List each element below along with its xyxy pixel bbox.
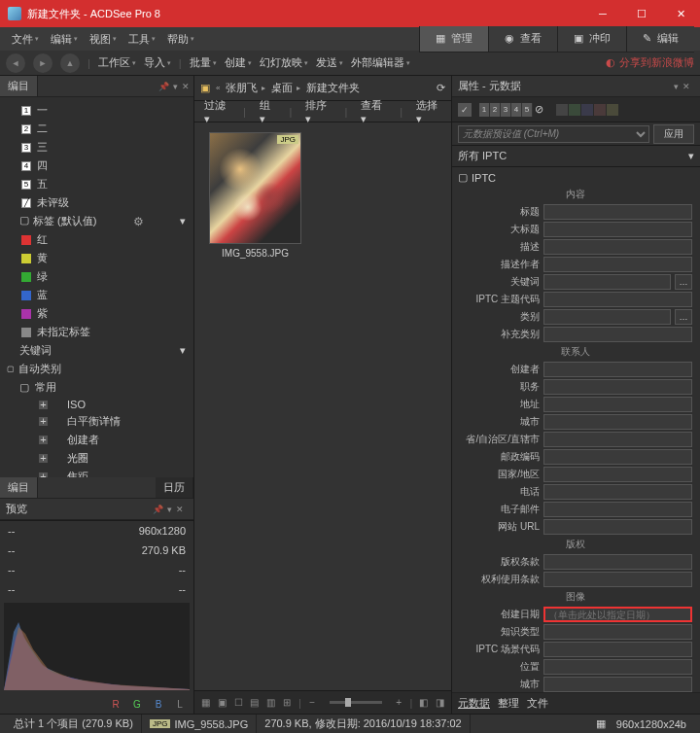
fb-filter[interactable]: 过滤 ▾	[204, 98, 229, 125]
postal-input[interactable]	[543, 449, 692, 465]
label-item[interactable]: 蓝	[0, 286, 193, 304]
country-input[interactable]	[543, 467, 692, 482]
title-input[interactable]	[543, 204, 692, 220]
location-input[interactable]	[543, 659, 692, 675]
fb-sort[interactable]: 排序 ▾	[305, 98, 331, 125]
zoom-out-icon[interactable]: −	[307, 695, 318, 711]
label-item[interactable]: 未指定标签	[0, 323, 193, 341]
cat-item[interactable]: +ISO	[0, 397, 193, 412]
thumbnail[interactable]: JPG IMG_9558.JPG	[204, 132, 306, 262]
fb-group[interactable]: 组 ▾	[260, 98, 276, 125]
subjcode-input[interactable]	[543, 292, 692, 307]
rating-5[interactable]: 5五	[0, 175, 193, 193]
mode-manage[interactable]: ▦管理	[419, 26, 488, 52]
city2-input[interactable]	[543, 677, 692, 692]
copyright-input[interactable]	[543, 554, 692, 570]
nav-fwd[interactable]: ►	[33, 53, 52, 73]
rtab-meta[interactable]: 元数据	[458, 696, 490, 711]
rating-2[interactable]: 2二	[0, 120, 193, 138]
tb-batch[interactable]: 批量▾	[190, 55, 217, 70]
tb-exteditor[interactable]: 外部编辑器▾	[351, 55, 410, 70]
menu-help[interactable]: 帮助▾	[161, 29, 200, 50]
headline-input[interactable]	[543, 222, 692, 237]
zoom-slider[interactable]	[330, 701, 382, 704]
rating-picker[interactable]: 12345	[479, 103, 533, 117]
cb-icon[interactable]: ☐	[233, 695, 244, 711]
tb-weibo[interactable]: ◐分享到新浪微博	[606, 55, 694, 70]
nav-back[interactable]: ◄	[6, 53, 25, 73]
mode-view[interactable]: ◉查看	[488, 26, 557, 52]
menu-tools[interactable]: 工具▾	[122, 29, 161, 50]
refresh-icon[interactable]: ⟳	[437, 82, 445, 94]
email-input[interactable]	[543, 502, 692, 517]
creator-input[interactable]	[543, 362, 692, 377]
desc-input[interactable]	[543, 239, 692, 255]
menu-edit[interactable]: 编辑▾	[45, 29, 84, 50]
menu-view[interactable]: 视图▾	[84, 29, 122, 50]
tb-create[interactable]: 创建▾	[225, 55, 252, 70]
cb-icon[interactable]: ⊞	[282, 695, 293, 711]
keywords-header[interactable]: 关键词	[19, 343, 52, 358]
fb-view[interactable]: 查看 ▾	[361, 98, 386, 125]
iptc-filter[interactable]: 所有 IPTC	[458, 149, 507, 163]
cat-item[interactable]: +焦距	[0, 468, 193, 477]
folder-icon[interactable]: ▣	[200, 82, 210, 94]
rtab-file[interactable]: 文件	[527, 696, 548, 711]
scenecode-input[interactable]	[543, 642, 692, 657]
rating-4[interactable]: 4四	[0, 157, 193, 175]
label-item[interactable]: 红	[0, 230, 193, 249]
mode-edit[interactable]: ✎编辑	[626, 26, 694, 52]
usage-input[interactable]	[543, 572, 692, 587]
descwriter-input[interactable]	[543, 257, 692, 272]
fb-select[interactable]: 选择 ▾	[416, 98, 441, 125]
intgenre-input[interactable]	[543, 624, 692, 640]
keywords-more[interactable]: …	[675, 274, 692, 290]
minimize-button[interactable]: ─	[583, 0, 622, 27]
preview-menu-icon[interactable]: ▾	[167, 505, 172, 514]
cat-item[interactable]: +白平衡详情	[0, 412, 193, 431]
histo-r-icon[interactable]: R	[108, 696, 123, 712]
histo-g-icon[interactable]: G	[129, 696, 145, 712]
lefttab-catalog2[interactable]: 编目	[0, 477, 38, 498]
rating-6[interactable]: ╱未评级	[0, 193, 193, 212]
address-input[interactable]	[543, 397, 692, 412]
cat-item[interactable]: +光圈	[0, 449, 193, 468]
color-labels[interactable]	[556, 104, 618, 116]
panel-menu-icon[interactable]: ▾	[173, 82, 178, 91]
autocat-header[interactable]: 自动类别	[18, 362, 61, 376]
props-menu-icon[interactable]: ▾	[674, 82, 679, 91]
maximize-button[interactable]: ☐	[622, 0, 661, 27]
iptc-section[interactable]: IPTC	[472, 172, 496, 184]
cb-icon[interactable]: ▤	[249, 695, 260, 711]
label-item[interactable]: 紫	[0, 304, 193, 323]
props-close-icon[interactable]: ✕	[682, 82, 690, 91]
no-label-icon[interactable]: ⊘	[535, 103, 550, 116]
supcat-input[interactable]	[543, 327, 692, 342]
rating-1[interactable]: 1一	[0, 101, 193, 120]
histo-l-icon[interactable]: L	[172, 696, 188, 712]
crumb-2[interactable]: 新建文件夹	[306, 81, 360, 95]
rtab-organize[interactable]: 整理	[498, 696, 519, 711]
cb-icon[interactable]: ◨	[435, 695, 445, 711]
panel-close-icon[interactable]: ✕	[182, 82, 190, 91]
close-button[interactable]: ✕	[661, 0, 700, 27]
zoom-in-icon[interactable]: +	[394, 695, 404, 711]
category-more[interactable]: …	[675, 309, 692, 325]
labels-gear-icon[interactable]: ⚙	[133, 215, 144, 228]
datecreated-input[interactable]	[543, 607, 692, 622]
cb-icon[interactable]: ▥	[265, 695, 276, 711]
tb-send[interactable]: 发送▾	[316, 55, 343, 70]
crumb-1[interactable]: 桌面▸	[271, 81, 300, 95]
tag-checkbox[interactable]: ✓	[458, 103, 472, 117]
url-input[interactable]	[543, 519, 692, 535]
keywords-input[interactable]	[543, 274, 671, 290]
tb-import[interactable]: 导入▾	[144, 55, 171, 70]
histo-b-icon[interactable]: B	[151, 696, 166, 712]
panel-pin-icon[interactable]: 📌	[158, 82, 169, 91]
state-input[interactable]	[543, 432, 692, 447]
preview-pin-icon[interactable]: 📌	[153, 505, 163, 514]
label-item[interactable]: 黄	[0, 249, 193, 267]
cat-item[interactable]: +创建者	[0, 431, 193, 449]
cb-icon[interactable]: ▦	[200, 695, 211, 711]
label-item[interactable]: 绿	[0, 267, 193, 286]
